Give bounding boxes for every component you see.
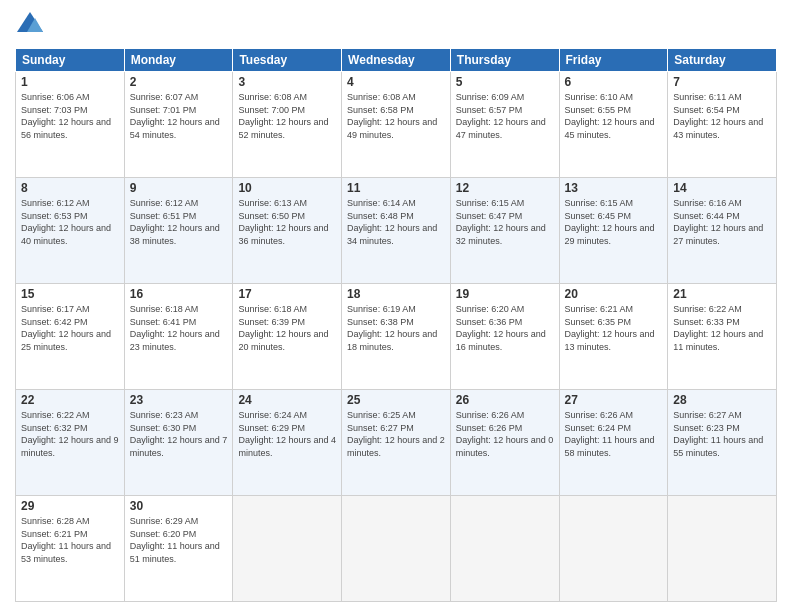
day-info: Sunrise: 6:28 AMSunset: 6:21 PMDaylight:… [21,515,119,565]
weekday-header: Tuesday [233,49,342,72]
day-number: 13 [565,181,663,195]
calendar-day-cell: 15Sunrise: 6:17 AMSunset: 6:42 PMDayligh… [16,284,125,390]
weekday-header: Saturday [668,49,777,72]
day-number: 30 [130,499,228,513]
day-info: Sunrise: 6:14 AMSunset: 6:48 PMDaylight:… [347,197,445,247]
calendar-day-cell: 23Sunrise: 6:23 AMSunset: 6:30 PMDayligh… [124,390,233,496]
calendar-day-cell: 25Sunrise: 6:25 AMSunset: 6:27 PMDayligh… [342,390,451,496]
calendar-day-cell: 20Sunrise: 6:21 AMSunset: 6:35 PMDayligh… [559,284,668,390]
day-number: 5 [456,75,554,89]
calendar-day-cell: 29Sunrise: 6:28 AMSunset: 6:21 PMDayligh… [16,496,125,602]
day-number: 16 [130,287,228,301]
day-number: 20 [565,287,663,301]
day-number: 18 [347,287,445,301]
calendar-day-cell: 13Sunrise: 6:15 AMSunset: 6:45 PMDayligh… [559,178,668,284]
calendar-week-row: 22Sunrise: 6:22 AMSunset: 6:32 PMDayligh… [16,390,777,496]
day-info: Sunrise: 6:11 AMSunset: 6:54 PMDaylight:… [673,91,771,141]
calendar-day-cell: 19Sunrise: 6:20 AMSunset: 6:36 PMDayligh… [450,284,559,390]
day-info: Sunrise: 6:08 AMSunset: 6:58 PMDaylight:… [347,91,445,141]
day-number: 17 [238,287,336,301]
day-number: 4 [347,75,445,89]
day-info: Sunrise: 6:15 AMSunset: 6:45 PMDaylight:… [565,197,663,247]
day-number: 19 [456,287,554,301]
day-info: Sunrise: 6:26 AMSunset: 6:24 PMDaylight:… [565,409,663,459]
calendar-day-cell: 2Sunrise: 6:07 AMSunset: 7:01 PMDaylight… [124,72,233,178]
calendar-day-cell: 22Sunrise: 6:22 AMSunset: 6:32 PMDayligh… [16,390,125,496]
logo [15,10,49,40]
calendar-day-cell: 9Sunrise: 6:12 AMSunset: 6:51 PMDaylight… [124,178,233,284]
day-info: Sunrise: 6:18 AMSunset: 6:41 PMDaylight:… [130,303,228,353]
weekday-header: Wednesday [342,49,451,72]
day-info: Sunrise: 6:09 AMSunset: 6:57 PMDaylight:… [456,91,554,141]
calendar-day-cell: 27Sunrise: 6:26 AMSunset: 6:24 PMDayligh… [559,390,668,496]
day-number: 10 [238,181,336,195]
day-number: 25 [347,393,445,407]
calendar-day-cell: 8Sunrise: 6:12 AMSunset: 6:53 PMDaylight… [16,178,125,284]
calendar-day-cell: 5Sunrise: 6:09 AMSunset: 6:57 PMDaylight… [450,72,559,178]
page: SundayMondayTuesdayWednesdayThursdayFrid… [0,0,792,612]
day-info: Sunrise: 6:17 AMSunset: 6:42 PMDaylight:… [21,303,119,353]
day-number: 2 [130,75,228,89]
day-info: Sunrise: 6:20 AMSunset: 6:36 PMDaylight:… [456,303,554,353]
calendar-day-cell [450,496,559,602]
day-number: 26 [456,393,554,407]
calendar-week-row: 29Sunrise: 6:28 AMSunset: 6:21 PMDayligh… [16,496,777,602]
day-number: 28 [673,393,771,407]
day-info: Sunrise: 6:07 AMSunset: 7:01 PMDaylight:… [130,91,228,141]
calendar-day-cell: 16Sunrise: 6:18 AMSunset: 6:41 PMDayligh… [124,284,233,390]
day-number: 15 [21,287,119,301]
day-info: Sunrise: 6:12 AMSunset: 6:51 PMDaylight:… [130,197,228,247]
calendar-day-cell: 14Sunrise: 6:16 AMSunset: 6:44 PMDayligh… [668,178,777,284]
day-number: 29 [21,499,119,513]
day-info: Sunrise: 6:26 AMSunset: 6:26 PMDaylight:… [456,409,554,459]
calendar-day-cell [342,496,451,602]
calendar-day-cell: 30Sunrise: 6:29 AMSunset: 6:20 PMDayligh… [124,496,233,602]
day-number: 9 [130,181,228,195]
calendar-day-cell: 3Sunrise: 6:08 AMSunset: 7:00 PMDaylight… [233,72,342,178]
calendar-day-cell [668,496,777,602]
calendar-week-row: 8Sunrise: 6:12 AMSunset: 6:53 PMDaylight… [16,178,777,284]
day-info: Sunrise: 6:18 AMSunset: 6:39 PMDaylight:… [238,303,336,353]
calendar-day-cell: 10Sunrise: 6:13 AMSunset: 6:50 PMDayligh… [233,178,342,284]
day-info: Sunrise: 6:08 AMSunset: 7:00 PMDaylight:… [238,91,336,141]
day-info: Sunrise: 6:24 AMSunset: 6:29 PMDaylight:… [238,409,336,459]
day-number: 6 [565,75,663,89]
weekday-header: Sunday [16,49,125,72]
calendar-day-cell: 11Sunrise: 6:14 AMSunset: 6:48 PMDayligh… [342,178,451,284]
day-info: Sunrise: 6:15 AMSunset: 6:47 PMDaylight:… [456,197,554,247]
calendar-day-cell: 4Sunrise: 6:08 AMSunset: 6:58 PMDaylight… [342,72,451,178]
day-number: 11 [347,181,445,195]
day-number: 12 [456,181,554,195]
day-info: Sunrise: 6:21 AMSunset: 6:35 PMDaylight:… [565,303,663,353]
logo-icon [15,10,45,40]
calendar-day-cell: 12Sunrise: 6:15 AMSunset: 6:47 PMDayligh… [450,178,559,284]
day-number: 7 [673,75,771,89]
day-info: Sunrise: 6:22 AMSunset: 6:33 PMDaylight:… [673,303,771,353]
day-number: 22 [21,393,119,407]
calendar-header-row: SundayMondayTuesdayWednesdayThursdayFrid… [16,49,777,72]
weekday-header: Monday [124,49,233,72]
calendar-day-cell: 28Sunrise: 6:27 AMSunset: 6:23 PMDayligh… [668,390,777,496]
day-info: Sunrise: 6:13 AMSunset: 6:50 PMDaylight:… [238,197,336,247]
day-info: Sunrise: 6:16 AMSunset: 6:44 PMDaylight:… [673,197,771,247]
day-number: 14 [673,181,771,195]
calendar-day-cell: 21Sunrise: 6:22 AMSunset: 6:33 PMDayligh… [668,284,777,390]
day-number: 27 [565,393,663,407]
day-number: 8 [21,181,119,195]
day-number: 21 [673,287,771,301]
calendar-day-cell: 1Sunrise: 6:06 AMSunset: 7:03 PMDaylight… [16,72,125,178]
calendar-day-cell [233,496,342,602]
weekday-header: Thursday [450,49,559,72]
day-number: 24 [238,393,336,407]
calendar-day-cell [559,496,668,602]
day-info: Sunrise: 6:22 AMSunset: 6:32 PMDaylight:… [21,409,119,459]
calendar-day-cell: 6Sunrise: 6:10 AMSunset: 6:55 PMDaylight… [559,72,668,178]
day-number: 23 [130,393,228,407]
day-number: 1 [21,75,119,89]
day-info: Sunrise: 6:19 AMSunset: 6:38 PMDaylight:… [347,303,445,353]
calendar-day-cell: 18Sunrise: 6:19 AMSunset: 6:38 PMDayligh… [342,284,451,390]
calendar-week-row: 15Sunrise: 6:17 AMSunset: 6:42 PMDayligh… [16,284,777,390]
calendar-table: SundayMondayTuesdayWednesdayThursdayFrid… [15,48,777,602]
day-info: Sunrise: 6:27 AMSunset: 6:23 PMDaylight:… [673,409,771,459]
calendar-day-cell: 17Sunrise: 6:18 AMSunset: 6:39 PMDayligh… [233,284,342,390]
